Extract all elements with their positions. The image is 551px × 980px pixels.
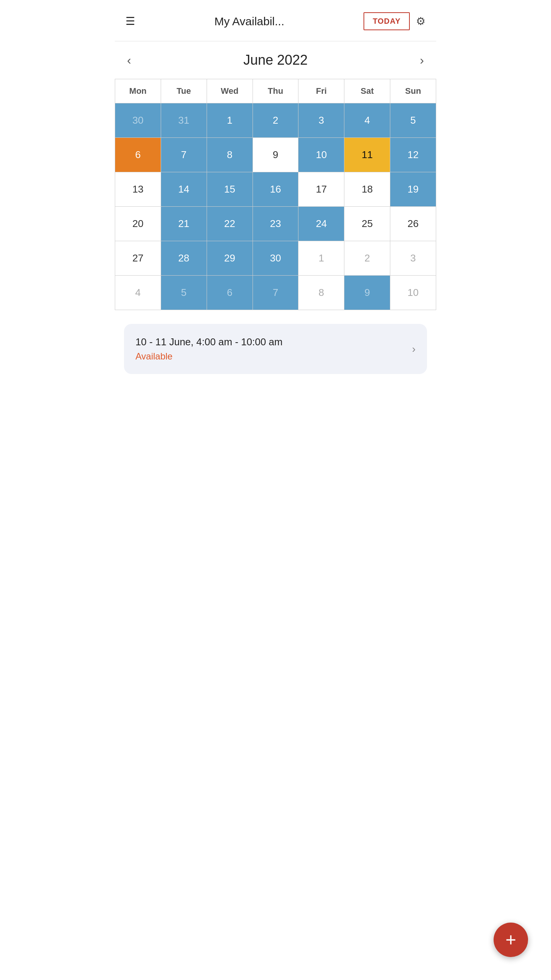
calendar-cell[interactable]: 10 <box>390 276 436 310</box>
calendar-cell[interactable]: 29 <box>207 241 253 276</box>
calendar-cell[interactable]: 30 <box>115 103 161 138</box>
day-header-mon: Mon <box>115 79 161 103</box>
calendar-cell[interactable]: 9 <box>253 138 299 172</box>
calendar-cell[interactable]: 1 <box>298 241 344 276</box>
calendar-cell[interactable]: 7 <box>161 138 207 172</box>
header-right: TODAY ⚙ <box>364 12 425 30</box>
calendar-cell[interactable]: 24 <box>298 207 344 241</box>
calendar-cell[interactable]: 7 <box>253 276 299 310</box>
month-nav: ‹ June 2022 › <box>115 41 436 79</box>
calendar-cell[interactable]: 2 <box>344 241 390 276</box>
availability-section: 10 - 11 June, 4:00 am - 10:00 am Availab… <box>115 310 436 383</box>
calendar-cell[interactable]: 8 <box>207 138 253 172</box>
calendar-cell[interactable]: 11 <box>344 138 390 172</box>
calendar-cell[interactable]: 15 <box>207 172 253 207</box>
gear-icon[interactable]: ⚙ <box>416 15 425 28</box>
prev-month-button[interactable]: ‹ <box>127 54 131 66</box>
calendar-cell[interactable]: 5 <box>161 276 207 310</box>
next-month-button[interactable]: › <box>420 54 424 66</box>
day-header-sat: Sat <box>344 79 390 103</box>
calendar-cell[interactable]: 3 <box>390 241 436 276</box>
calendar-cell[interactable]: 19 <box>390 172 436 207</box>
calendar-cell[interactable]: 18 <box>344 172 390 207</box>
calendar-cell[interactable]: 4 <box>115 276 161 310</box>
page-title: My Availabil... <box>214 15 284 28</box>
calendar-cell[interactable]: 23 <box>253 207 299 241</box>
menu-icon[interactable]: ☰ <box>126 16 135 27</box>
availability-arrow-icon: › <box>412 343 416 355</box>
calendar-cell[interactable]: 16 <box>253 172 299 207</box>
calendar-cell[interactable]: 4 <box>344 103 390 138</box>
calendar-cell[interactable]: 22 <box>207 207 253 241</box>
calendar-cell[interactable]: 2 <box>253 103 299 138</box>
calendar-cell[interactable]: 14 <box>161 172 207 207</box>
calendar-cell[interactable]: 8 <box>298 276 344 310</box>
calendar-cell[interactable]: 12 <box>390 138 436 172</box>
calendar-body: 3031123456789101112131415161718192021222… <box>115 103 436 310</box>
calendar-cell[interactable]: 25 <box>344 207 390 241</box>
month-title: June 2022 <box>243 52 308 68</box>
calendar-cell[interactable]: 5 <box>390 103 436 138</box>
calendar-cell[interactable]: 28 <box>161 241 207 276</box>
calendar-cell[interactable]: 31 <box>161 103 207 138</box>
today-button[interactable]: TODAY <box>364 12 410 30</box>
availability-card[interactable]: 10 - 11 June, 4:00 am - 10:00 am Availab… <box>124 324 427 374</box>
calendar-cell[interactable]: 6 <box>207 276 253 310</box>
calendar-cell[interactable]: 17 <box>298 172 344 207</box>
calendar: MonTueWedThuFriSatSun 303112345678910111… <box>115 79 436 310</box>
calendar-header-row: MonTueWedThuFriSatSun <box>115 79 436 103</box>
day-header-tue: Tue <box>161 79 207 103</box>
availability-date-time: 10 - 11 June, 4:00 am - 10:00 am <box>135 336 282 348</box>
day-header-fri: Fri <box>298 79 344 103</box>
calendar-cell[interactable]: 21 <box>161 207 207 241</box>
calendar-cell[interactable]: 13 <box>115 172 161 207</box>
day-header-wed: Wed <box>207 79 253 103</box>
calendar-cell[interactable]: 26 <box>390 207 436 241</box>
availability-status: Available <box>135 351 282 362</box>
calendar-cell[interactable]: 1 <box>207 103 253 138</box>
calendar-cell[interactable]: 3 <box>298 103 344 138</box>
calendar-cell[interactable]: 20 <box>115 207 161 241</box>
availability-card-content: 10 - 11 June, 4:00 am - 10:00 am Availab… <box>135 336 282 362</box>
calendar-cell[interactable]: 10 <box>298 138 344 172</box>
header: ☰ My Availabil... TODAY ⚙ <box>115 0 436 41</box>
day-header-thu: Thu <box>253 79 299 103</box>
calendar-cell[interactable]: 27 <box>115 241 161 276</box>
day-header-sun: Sun <box>390 79 436 103</box>
calendar-cell[interactable]: 6 <box>115 138 161 172</box>
calendar-cell[interactable]: 9 <box>344 276 390 310</box>
calendar-cell[interactable]: 30 <box>253 241 299 276</box>
